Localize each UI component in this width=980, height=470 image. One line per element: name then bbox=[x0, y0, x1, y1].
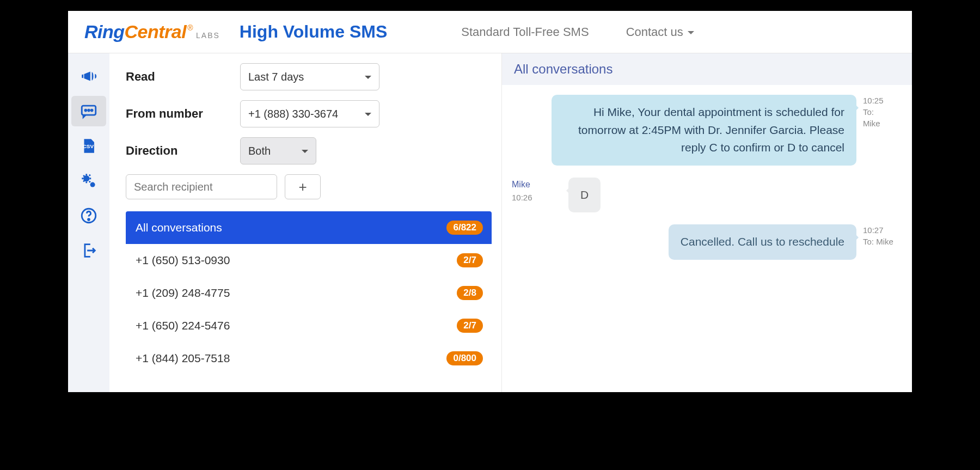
filter-read-value: Last 7 days bbox=[248, 71, 304, 83]
megaphone-icon bbox=[79, 67, 98, 86]
brand-labs: LABS bbox=[196, 31, 220, 40]
app-window: Ring Central ® LABS High Volume SMS Stan… bbox=[68, 11, 912, 392]
rail-settings[interactable] bbox=[71, 166, 106, 196]
rail-export[interactable]: CSV bbox=[71, 131, 106, 161]
svg-point-8 bbox=[88, 219, 90, 221]
search-input[interactable] bbox=[126, 174, 277, 199]
conv-all[interactable]: All conversations 6/822 bbox=[126, 211, 492, 244]
chat-column: All conversations Hi Mike, Your dental a… bbox=[501, 53, 912, 392]
conv-item-label: +1 (209) 248-4775 bbox=[136, 286, 230, 300]
brand-central: Central bbox=[125, 21, 187, 42]
rail-logout[interactable] bbox=[71, 235, 106, 266]
svg-point-6 bbox=[90, 182, 95, 187]
brand-reg: ® bbox=[187, 23, 193, 32]
gears-icon bbox=[79, 172, 98, 190]
top-nav: Ring Central ® LABS High Volume SMS Stan… bbox=[68, 11, 912, 53]
add-recipient-button[interactable]: + bbox=[285, 174, 321, 199]
logout-icon bbox=[79, 241, 98, 260]
app-body: CSV Read Last 7 days From number +1 (888… bbox=[68, 53, 912, 392]
filter-from-value: +1 (888) 330-3674 bbox=[248, 108, 338, 120]
brand-logo: Ring Central ® LABS bbox=[84, 21, 220, 42]
filter-from-row: From number +1 (888) 330-3674 bbox=[126, 100, 492, 127]
side-rail: CSV bbox=[68, 53, 109, 392]
filter-column: Read Last 7 days From number +1 (888) 33… bbox=[109, 53, 501, 392]
rail-announce[interactable] bbox=[71, 61, 106, 91]
message-bubble-out: Hi Mike, Your dental appointment is sche… bbox=[552, 95, 856, 166]
message-meta: Mike 10:26 bbox=[512, 178, 561, 213]
conv-item-label: +1 (650) 513-0930 bbox=[136, 254, 230, 267]
conv-item[interactable]: +1 (209) 248-4775 2/8 bbox=[126, 277, 492, 309]
svg-point-2 bbox=[88, 109, 90, 111]
conv-item-badge: 2/8 bbox=[457, 286, 483, 300]
filter-direction-row: Direction Both bbox=[126, 137, 492, 164]
filter-direction-value: Both bbox=[248, 145, 271, 157]
msg-time: 10:27 bbox=[863, 224, 902, 236]
conv-item[interactable]: +1 (650) 224-5476 2/7 bbox=[126, 309, 492, 342]
brand-ring: Ring bbox=[84, 21, 125, 42]
conv-item-badge: 2/7 bbox=[457, 253, 483, 267]
conversation-list: All conversations 6/822 +1 (650) 513-093… bbox=[126, 211, 492, 375]
conv-all-badge: 6/822 bbox=[446, 221, 483, 235]
conv-item-badge: 0/800 bbox=[446, 351, 483, 365]
csv-icon: CSV bbox=[79, 137, 98, 155]
message-row: Mike 10:26 D bbox=[512, 178, 902, 213]
message-meta: 10:27 To: Mike bbox=[863, 224, 902, 260]
message-bubble-in: D bbox=[568, 178, 601, 213]
message-row: Hi Mike, Your dental appointment is sche… bbox=[512, 95, 902, 166]
nav-link-standard[interactable]: Standard Toll-Free SMS bbox=[461, 25, 589, 39]
filter-from-select[interactable]: +1 (888) 330-3674 bbox=[240, 100, 379, 127]
msg-to: To: bbox=[863, 106, 902, 118]
msg-name: Mike bbox=[512, 178, 561, 192]
conv-item-label: +1 (650) 224-5476 bbox=[136, 319, 230, 332]
msg-name: Mike bbox=[863, 118, 902, 129]
help-icon bbox=[79, 206, 98, 225]
conv-all-label: All conversations bbox=[136, 221, 222, 234]
msg-to: To: Mike bbox=[863, 236, 902, 247]
chat-header: All conversations bbox=[502, 53, 912, 85]
message-row: Cancelled. Call us to reschedule 10:27 T… bbox=[512, 224, 902, 260]
nav-title: High Volume SMS bbox=[240, 22, 387, 42]
filter-from-label: From number bbox=[126, 107, 240, 121]
svg-text:CSV: CSV bbox=[83, 143, 94, 149]
message-meta: 10:25 To: Mike bbox=[863, 95, 902, 166]
chat-body: Hi Mike, Your dental appointment is sche… bbox=[502, 85, 912, 392]
filter-read-select[interactable]: Last 7 days bbox=[240, 63, 379, 90]
search-row: + bbox=[126, 174, 492, 199]
conv-item-badge: 2/7 bbox=[457, 319, 483, 333]
msg-time: 10:25 bbox=[863, 95, 902, 106]
message-bubble-out: Cancelled. Call us to reschedule bbox=[669, 224, 856, 260]
conv-item-label: +1 (844) 205-7518 bbox=[136, 352, 230, 365]
filter-direction-label: Direction bbox=[126, 144, 240, 158]
msg-time: 10:26 bbox=[512, 191, 561, 204]
rail-help[interactable] bbox=[71, 200, 106, 231]
conv-item[interactable]: +1 (844) 205-7518 0/800 bbox=[126, 342, 492, 375]
conv-item[interactable]: +1 (650) 513-0930 2/7 bbox=[126, 244, 492, 277]
svg-point-3 bbox=[91, 109, 93, 111]
chat-icon bbox=[79, 102, 98, 120]
rail-conversations[interactable] bbox=[71, 96, 106, 126]
svg-point-1 bbox=[85, 109, 87, 111]
nav-link-contact[interactable]: Contact us bbox=[626, 25, 694, 39]
filter-read-row: Read Last 7 days bbox=[126, 63, 492, 90]
filter-direction-select[interactable]: Both bbox=[240, 137, 316, 164]
filter-read-label: Read bbox=[126, 70, 240, 84]
